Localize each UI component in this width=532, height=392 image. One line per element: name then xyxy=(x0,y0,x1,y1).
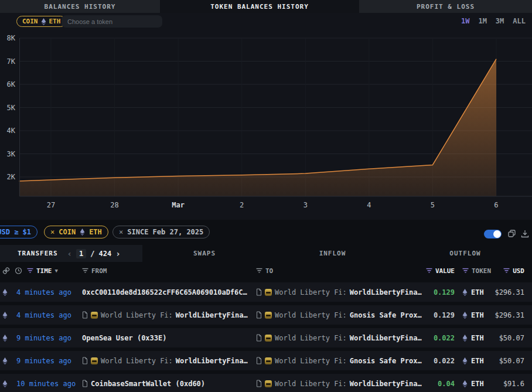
y-axis-tick: 5K xyxy=(0,103,15,113)
entity-logo xyxy=(265,380,272,387)
from-address-link[interactable]: World Liberty Fi: WorldLibertyFina… xyxy=(82,357,248,365)
filter-pill-token[interactable]: × COIN ETH xyxy=(44,226,108,238)
x-axis-tick: 2 xyxy=(240,201,244,209)
pagination: ‹ 1 / 424 › xyxy=(67,249,121,258)
tab-token-balances-history[interactable]: TOKEN BALANCES HISTORY xyxy=(160,0,359,13)
column-header-time[interactable]: TIME ▼ xyxy=(27,267,58,274)
contract-icon xyxy=(256,334,262,342)
download-icon[interactable] xyxy=(520,229,530,238)
copy-icon[interactable] xyxy=(507,229,517,238)
y-axis-tick: 6K xyxy=(0,80,15,89)
contract-icon xyxy=(256,311,262,319)
eth-icon xyxy=(2,311,8,319)
entity-logo xyxy=(265,335,272,342)
eth-icon xyxy=(462,357,468,365)
transfer-value: 0.022 xyxy=(434,334,455,342)
to-address-link[interactable]: World Liberty Fi: Gnosis Safe Prox… xyxy=(256,311,422,319)
since-filter-label: SINCE Feb 27, 2025 xyxy=(127,228,203,236)
selected-token-pill[interactable]: COIN ETH xyxy=(16,16,66,27)
usd-value: $296.31 xyxy=(495,288,524,296)
tab-swaps[interactable]: SWAPS xyxy=(142,245,267,262)
column-header-to[interactable]: TO xyxy=(256,267,273,274)
y-axis-tick: 7K xyxy=(0,57,15,66)
table-row[interactable]: 10 minutes ago CoinbaseSmartWallet (0xd6… xyxy=(0,374,532,392)
column-header-usd[interactable]: USD xyxy=(503,267,524,274)
table-row[interactable]: 9 minutes ago OpenSea User (0x33E) World… xyxy=(0,328,532,347)
close-icon[interactable]: × xyxy=(50,228,54,236)
close-icon[interactable]: × xyxy=(119,228,123,236)
filter-icon[interactable] xyxy=(503,268,510,273)
column-header-from[interactable]: FROM xyxy=(82,267,107,274)
contract-icon xyxy=(82,380,88,387)
to-address-link[interactable]: World Liberty Fi: Gnosis Safe Prox… xyxy=(256,357,422,365)
filter-pill-since[interactable]: × SINCE Feb 27, 2025 xyxy=(112,226,210,238)
token-symbol-label: ETH xyxy=(89,228,102,236)
time-link[interactable]: 10 minutes ago xyxy=(16,380,76,388)
range-1w[interactable]: 1W xyxy=(461,17,469,25)
tab-balances-history[interactable]: BALANCES HISTORY xyxy=(0,0,160,13)
column-header-token[interactable]: TOKEN xyxy=(462,267,491,274)
token-cell: ETH xyxy=(462,288,484,296)
tab-inflow[interactable]: INFLOW xyxy=(267,245,398,262)
contract-icon xyxy=(82,357,88,364)
usd-value: $296.31 xyxy=(495,311,524,319)
link-icon[interactable] xyxy=(2,267,10,274)
time-range-selector: 1W 1M 3M ALL xyxy=(461,17,526,25)
column-header-value[interactable]: VALUE xyxy=(426,267,455,274)
x-axis-tick: 28 xyxy=(110,201,118,209)
usd-value: $50.07 xyxy=(499,334,524,342)
range-1m[interactable]: 1M xyxy=(478,17,486,25)
usd-toggle[interactable] xyxy=(484,230,502,238)
contract-icon xyxy=(82,311,88,319)
to-address-link[interactable]: World Liberty Fi: WorldLibertyFina… xyxy=(256,334,422,342)
eth-icon xyxy=(41,18,46,26)
x-axis-tick: Mar xyxy=(172,201,185,209)
from-address-link[interactable]: 0xcC00110de8d186522cFF6C65A069010aDf6C… xyxy=(82,288,247,296)
tab-outflow[interactable]: OUTFLOW xyxy=(398,245,532,262)
filter-icon[interactable] xyxy=(256,268,262,273)
x-axis-tick: 3 xyxy=(303,201,308,209)
eth-icon xyxy=(462,288,468,296)
eth-icon xyxy=(2,380,8,388)
token-search-input[interactable] xyxy=(62,15,162,28)
to-address-link[interactable]: World Liberty Fi: WorldLibertyFina… xyxy=(256,380,422,388)
from-address-link[interactable]: CoinbaseSmartWallet (0xd60) xyxy=(82,380,205,388)
range-all[interactable]: ALL xyxy=(513,17,526,25)
to-address-link[interactable]: World Liberty Fi: WorldLibertyFina… xyxy=(256,288,422,296)
entity-logo xyxy=(265,357,272,364)
entity-logo xyxy=(265,289,272,296)
tab-profit-loss[interactable]: PROFIT & LOSS xyxy=(359,0,532,13)
eth-icon xyxy=(462,334,468,342)
eth-icon xyxy=(2,334,8,342)
time-link[interactable]: 4 minutes ago xyxy=(16,311,71,319)
filter-icon[interactable] xyxy=(426,268,432,273)
clock-icon[interactable] xyxy=(15,267,22,274)
from-address-link[interactable]: World Liberty Fi: WorldLibertyFina… xyxy=(82,311,248,319)
from-address-link[interactable]: OpenSea User (0x33E) xyxy=(82,334,167,342)
filter-pill-usd[interactable]: × USD ≥ $1 xyxy=(0,226,37,238)
time-link[interactable]: 9 minutes ago xyxy=(16,334,71,342)
filter-icon[interactable] xyxy=(27,268,33,273)
usd-value: $91.6 xyxy=(503,380,524,388)
table-row[interactable]: 4 minutes ago World Liberty Fi: WorldLib… xyxy=(0,305,532,325)
x-axis-tick: 6 xyxy=(494,201,498,209)
filter-icon[interactable] xyxy=(82,268,88,273)
range-3m[interactable]: 3M xyxy=(496,17,504,25)
current-page[interactable]: 1 xyxy=(76,249,86,258)
table-row[interactable]: 9 minutes ago World Liberty Fi: WorldLib… xyxy=(0,351,532,370)
table-header: TIME ▼ FROM TO VALUE TOKEN xyxy=(0,262,532,279)
coin-label: COIN xyxy=(59,228,76,236)
time-link[interactable]: 4 minutes ago xyxy=(16,288,71,296)
transfer-value: 0.022 xyxy=(434,357,455,365)
filter-icon[interactable] xyxy=(462,268,469,273)
eth-icon xyxy=(462,380,468,388)
contract-icon xyxy=(256,380,262,387)
token-cell: ETH xyxy=(462,334,484,342)
next-page-icon[interactable]: › xyxy=(115,249,120,258)
time-link[interactable]: 9 minutes ago xyxy=(16,357,71,365)
tab-transfers[interactable]: TRANSFERS ‹ 1 / 424 › xyxy=(0,245,142,262)
table-row[interactable]: 4 minutes ago 0xcC00110de8d186522cFF6C65… xyxy=(0,282,532,302)
prev-page-icon[interactable]: ‹ xyxy=(67,249,72,258)
balance-area-chart[interactable] xyxy=(0,32,532,214)
x-axis-tick: 5 xyxy=(431,201,435,209)
